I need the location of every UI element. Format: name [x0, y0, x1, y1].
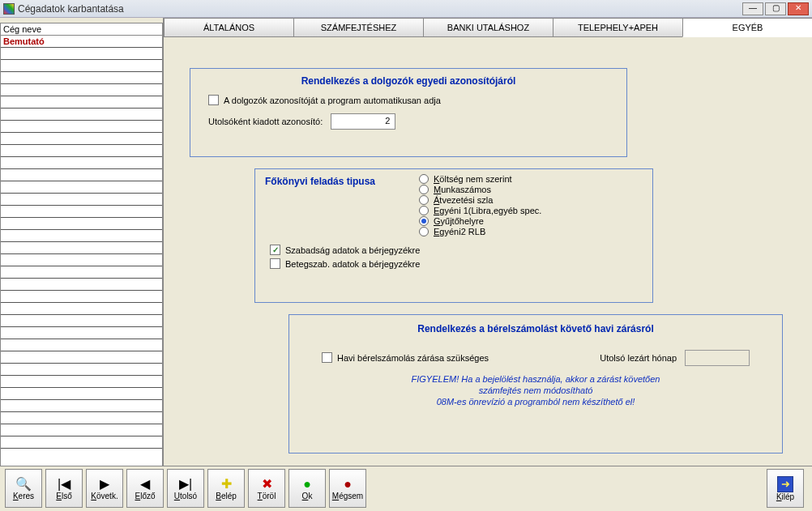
close-button[interactable]: ✕: [788, 2, 809, 15]
sidebar: Cég neve Bemutató ◀ ▶: [0, 18, 164, 511]
list-item[interactable]: [1, 266, 162, 279]
last-closed-label: Utolsó lezárt hónap: [600, 353, 677, 363]
list-item[interactable]: [1, 303, 162, 315]
radio-icon[interactable]: [419, 206, 429, 215]
last-icon: ▶|: [179, 477, 192, 492]
list-item[interactable]: [1, 157, 162, 169]
list-item[interactable]: [1, 327, 162, 339]
minimize-button[interactable]: —: [742, 2, 763, 15]
first-icon: |◀: [58, 477, 71, 492]
tab-telephely[interactable]: TELEPHELY+APEH: [553, 18, 683, 37]
list-item[interactable]: [1, 181, 162, 194]
list-item[interactable]: [1, 412, 162, 424]
next-icon: ▶: [100, 477, 109, 492]
bottom-toolbar: 🔍 Keres |◀ Első ▶ Követk. ◀ Előző ▶| Uto…: [0, 466, 812, 511]
radio-option[interactable]: Egyéni 1(Libra,egyéb spec.: [419, 206, 541, 215]
list-item[interactable]: [1, 96, 162, 109]
list-item[interactable]: [1, 84, 162, 96]
btn-megsem[interactable]: ● Mégsem: [329, 469, 366, 508]
list-item[interactable]: [1, 339, 162, 351]
list-item[interactable]: [1, 230, 162, 242]
tab-banki[interactable]: BANKI UTALÁSHOZ: [423, 18, 553, 37]
panel1-title: Rendelkezés a dolgozók egyedi azonosítój…: [200, 75, 617, 87]
btn-torol[interactable]: ✖ Töröl: [248, 469, 285, 508]
list-item[interactable]: [1, 121, 162, 133]
radio-option[interactable]: Költség nem szerint: [419, 174, 541, 184]
chk-havi-zaras-label: Havi bérelszámolás zárása szükséges: [337, 353, 489, 363]
radio-icon[interactable]: [419, 195, 429, 205]
chk-auto-azonosito[interactable]: [208, 95, 219, 105]
list-item[interactable]: [1, 194, 162, 206]
list-item[interactable]: [1, 133, 162, 145]
list-item[interactable]: [1, 218, 162, 230]
radio-icon[interactable]: [419, 174, 429, 184]
chk-auto-azonosito-label: A dolgozók azonosítóját a program automa…: [224, 96, 441, 105]
maximize-button[interactable]: ▢: [765, 2, 786, 15]
last-id-label: Utolsóként kiadott azonosító:: [208, 117, 323, 126]
radio-label: Költség nem szerint: [434, 174, 512, 184]
titlebar: Cégadatok karbantatása — ▢ ✕: [0, 0, 812, 18]
list-item[interactable]: [1, 388, 162, 400]
radio-label: Munkaszámos: [434, 185, 491, 194]
warning-line-2: számfejtés nem módosítható: [322, 385, 750, 395]
chk-havi-zaras[interactable]: [322, 352, 332, 363]
radio-label: Gyűjtőhelyre: [434, 216, 484, 226]
btn-ok[interactable]: ● Ok: [288, 469, 326, 508]
list-item[interactable]: [1, 109, 162, 121]
warning-line-1: FIGYELEM! Ha a bejelölést használja, akk…: [322, 374, 750, 384]
btn-keres[interactable]: 🔍 Keres: [5, 469, 42, 508]
list-item[interactable]: [1, 169, 162, 181]
list-item[interactable]: [1, 145, 162, 157]
list-item[interactable]: [1, 206, 162, 218]
tab-egyeb[interactable]: EGYÉB: [682, 18, 812, 37]
list-item[interactable]: [1, 242, 162, 254]
btn-belep[interactable]: ✚ Belép: [207, 469, 245, 508]
radio-icon[interactable]: [419, 227, 429, 236]
list-item[interactable]: [1, 72, 162, 84]
radio-label: Átvezetési szla: [434, 195, 493, 205]
radio-option[interactable]: Munkaszámos: [419, 185, 541, 194]
list-item[interactable]: [1, 400, 162, 412]
list-item[interactable]: [1, 279, 162, 291]
tab-bar: ÁLTALÁNOS SZÁMFEJTÉSHEZ BANKI UTALÁSHOZ …: [164, 18, 812, 37]
btn-elozo[interactable]: ◀ Előző: [126, 469, 164, 508]
radio-label: Egyéni2 RLB: [434, 227, 485, 236]
list-item[interactable]: [1, 364, 162, 376]
company-list[interactable]: Bemutató: [0, 36, 163, 498]
chk-szabadsag[interactable]: [270, 245, 280, 255]
search-icon: 🔍: [15, 477, 32, 492]
list-item[interactable]: [1, 315, 162, 327]
radio-group-fokonyvi: Költség nem szerintMunkaszámosÁtvezetési…: [419, 174, 541, 236]
tab-szamfejteshez[interactable]: SZÁMFEJTÉSHEZ: [293, 18, 424, 37]
chk-betegszab[interactable]: [270, 258, 280, 269]
radio-option[interactable]: Átvezetési szla: [419, 195, 541, 205]
radio-icon[interactable]: [419, 185, 429, 194]
radio-option[interactable]: Egyéni2 RLB: [419, 227, 541, 236]
panel-dolgozo-azonosito: Rendelkezés a dolgozók egyedi azonosítój…: [190, 68, 627, 157]
list-item[interactable]: [1, 60, 162, 72]
btn-elso[interactable]: |◀ Első: [45, 469, 83, 508]
list-item[interactable]: [1, 254, 162, 266]
panel-fokonyvi: Főkönyvi feladás tipusa Költség nem szer…: [254, 168, 653, 303]
radio-option[interactable]: Gyűjtőhelyre: [419, 216, 541, 226]
list-item[interactable]: [1, 291, 162, 303]
prev-icon: ◀: [140, 477, 150, 492]
list-item[interactable]: Bemutató: [1, 36, 162, 48]
radio-label: Egyéni 1(Libra,egyéb spec.: [434, 206, 541, 215]
list-item[interactable]: [1, 351, 162, 364]
list-item[interactable]: [1, 424, 162, 436]
btn-kilep[interactable]: Kilép: [767, 469, 804, 508]
btn-utolso[interactable]: ▶| Utolsó: [167, 469, 204, 508]
list-item[interactable]: [1, 436, 162, 449]
tab-altalanos[interactable]: ÁLTALÁNOS: [164, 18, 294, 37]
last-id-input[interactable]: 2: [331, 113, 395, 130]
ok-icon: ●: [303, 477, 311, 492]
list-item[interactable]: [1, 48, 162, 60]
window: Cégadatok karbantatása — ▢ ✕ Cég neve Be…: [0, 0, 812, 511]
btn-kovetk[interactable]: ▶ Követk.: [86, 469, 123, 508]
delete-icon: ✖: [262, 477, 272, 492]
radio-icon[interactable]: [419, 216, 429, 226]
exit-icon: [777, 476, 793, 492]
list-item[interactable]: [1, 376, 162, 388]
warning-line-3: 08M-es önrevízió a programból nem készít…: [322, 397, 750, 407]
